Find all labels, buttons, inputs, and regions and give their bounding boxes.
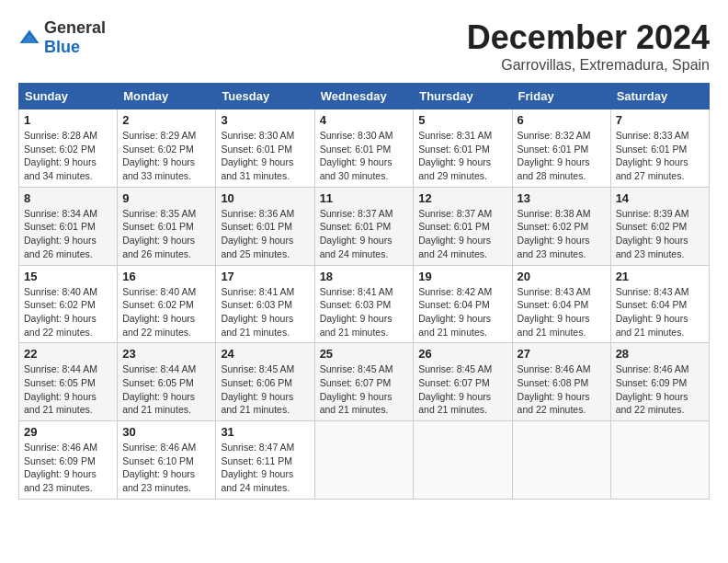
calendar-day-22: 22Sunrise: 8:44 AMSunset: 6:05 PMDayligh… <box>19 343 118 421</box>
calendar-day-31: 31Sunrise: 8:47 AMSunset: 6:11 PMDayligh… <box>216 421 314 500</box>
calendar-day-17: 17Sunrise: 8:41 AMSunset: 6:03 PMDayligh… <box>216 265 314 343</box>
calendar-day-19: 19Sunrise: 8:42 AMSunset: 6:04 PMDayligh… <box>414 265 512 343</box>
month-title: December 2024 <box>467 18 710 57</box>
logo-text-general: General <box>44 18 106 37</box>
calendar-day-27: 27Sunrise: 8:46 AMSunset: 6:08 PMDayligh… <box>512 343 610 421</box>
calendar-day-8: 8Sunrise: 8:34 AMSunset: 6:01 PMDaylight… <box>19 187 118 265</box>
empty-cell <box>314 421 414 500</box>
calendar-day-11: 11Sunrise: 8:37 AMSunset: 6:01 PMDayligh… <box>314 187 414 265</box>
calendar-day-4: 4Sunrise: 8:30 AMSunset: 6:01 PMDaylight… <box>314 109 414 188</box>
empty-cell <box>610 421 709 500</box>
calendar-day-18: 18Sunrise: 8:41 AMSunset: 6:03 PMDayligh… <box>314 265 414 343</box>
calendar-day-1: 1Sunrise: 8:28 AMSunset: 6:02 PMDaylight… <box>19 109 118 188</box>
calendar-day-14: 14Sunrise: 8:39 AMSunset: 6:02 PMDayligh… <box>610 187 709 265</box>
title-section: December 2024 Garrovillas, Extremadura, … <box>467 18 710 74</box>
calendar-day-7: 7Sunrise: 8:33 AMSunset: 6:01 PMDaylight… <box>610 109 709 188</box>
weekday-header-sunday: Sunday <box>19 84 118 109</box>
calendar-day-9: 9Sunrise: 8:35 AMSunset: 6:01 PMDaylight… <box>118 187 216 265</box>
calendar-day-13: 13Sunrise: 8:38 AMSunset: 6:02 PMDayligh… <box>512 187 610 265</box>
week-row: 1Sunrise: 8:28 AMSunset: 6:02 PMDaylight… <box>19 109 710 188</box>
calendar-day-28: 28Sunrise: 8:46 AMSunset: 6:09 PMDayligh… <box>610 343 709 421</box>
week-row: 15Sunrise: 8:40 AMSunset: 6:02 PMDayligh… <box>19 265 710 343</box>
empty-cell <box>512 421 610 500</box>
calendar-table: SundayMondayTuesdayWednesdayThursdayFrid… <box>18 83 710 500</box>
calendar-day-20: 20Sunrise: 8:43 AMSunset: 6:04 PMDayligh… <box>512 265 610 343</box>
calendar-day-3: 3Sunrise: 8:30 AMSunset: 6:01 PMDaylight… <box>216 109 314 188</box>
calendar-day-5: 5Sunrise: 8:31 AMSunset: 6:01 PMDaylight… <box>414 109 512 188</box>
calendar-day-24: 24Sunrise: 8:45 AMSunset: 6:06 PMDayligh… <box>216 343 314 421</box>
logo: General Blue <box>18 18 106 57</box>
calendar-day-21: 21Sunrise: 8:43 AMSunset: 6:04 PMDayligh… <box>610 265 709 343</box>
calendar-day-12: 12Sunrise: 8:37 AMSunset: 6:01 PMDayligh… <box>414 187 512 265</box>
calendar-day-26: 26Sunrise: 8:45 AMSunset: 6:07 PMDayligh… <box>414 343 512 421</box>
calendar-day-2: 2Sunrise: 8:29 AMSunset: 6:02 PMDaylight… <box>118 109 216 188</box>
week-row: 29Sunrise: 8:46 AMSunset: 6:09 PMDayligh… <box>19 421 710 500</box>
weekday-header-friday: Friday <box>512 84 610 109</box>
page-header: General Blue December 2024 Garrovillas, … <box>18 18 710 74</box>
calendar-day-29: 29Sunrise: 8:46 AMSunset: 6:09 PMDayligh… <box>19 421 118 500</box>
logo-icon <box>18 29 40 47</box>
calendar-day-25: 25Sunrise: 8:45 AMSunset: 6:07 PMDayligh… <box>314 343 414 421</box>
location-title: Garrovillas, Extremadura, Spain <box>467 57 710 74</box>
weekday-header-monday: Monday <box>118 84 216 109</box>
calendar-day-15: 15Sunrise: 8:40 AMSunset: 6:02 PMDayligh… <box>19 265 118 343</box>
week-row: 8Sunrise: 8:34 AMSunset: 6:01 PMDaylight… <box>19 187 710 265</box>
logo-text-blue: Blue <box>44 38 80 56</box>
week-row: 22Sunrise: 8:44 AMSunset: 6:05 PMDayligh… <box>19 343 710 421</box>
empty-cell <box>414 421 512 500</box>
calendar-day-16: 16Sunrise: 8:40 AMSunset: 6:02 PMDayligh… <box>118 265 216 343</box>
weekday-header-tuesday: Tuesday <box>216 84 314 109</box>
calendar-day-6: 6Sunrise: 8:32 AMSunset: 6:01 PMDaylight… <box>512 109 610 188</box>
weekday-header-wednesday: Wednesday <box>314 84 414 109</box>
weekday-header-row: SundayMondayTuesdayWednesdayThursdayFrid… <box>19 84 710 109</box>
weekday-header-thursday: Thursday <box>414 84 512 109</box>
calendar-day-23: 23Sunrise: 8:44 AMSunset: 6:05 PMDayligh… <box>118 343 216 421</box>
calendar-day-10: 10Sunrise: 8:36 AMSunset: 6:01 PMDayligh… <box>216 187 314 265</box>
calendar-day-30: 30Sunrise: 8:46 AMSunset: 6:10 PMDayligh… <box>118 421 216 500</box>
weekday-header-saturday: Saturday <box>610 84 709 109</box>
